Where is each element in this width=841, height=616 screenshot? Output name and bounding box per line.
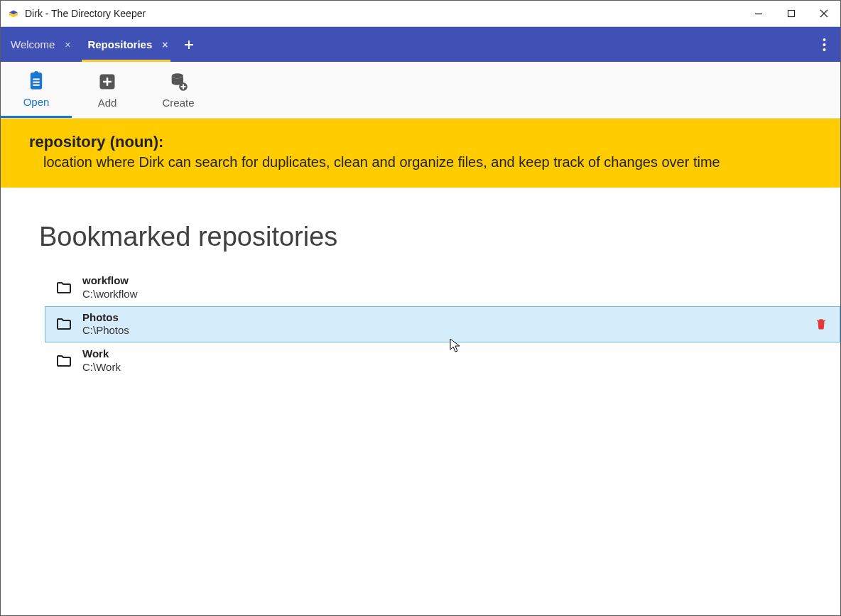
database-add-icon <box>168 71 189 92</box>
create-button[interactable]: Create <box>143 62 214 118</box>
tool-label: Create <box>162 97 194 109</box>
svg-rect-7 <box>33 84 39 85</box>
svg-rect-0 <box>755 13 762 14</box>
repo-name: Photos <box>82 311 813 325</box>
add-box-icon <box>97 71 118 92</box>
svg-point-4 <box>823 48 825 51</box>
svg-point-9 <box>172 73 183 78</box>
tab-welcome[interactable]: Welcome × <box>1 27 77 62</box>
tab-label: Repositories <box>87 38 152 50</box>
repo-path: C:\Work <box>82 361 830 374</box>
svg-rect-6 <box>33 81 39 82</box>
definition-banner: repository (noun): location where Dirk c… <box>1 119 840 188</box>
more-vert-icon[interactable] <box>808 27 840 62</box>
definition-text: location where Dirk can search for dupli… <box>29 154 812 171</box>
repo-path: C:\Photos <box>82 324 813 337</box>
delete-button[interactable] <box>813 318 830 330</box>
svg-rect-1 <box>788 11 795 17</box>
tab-repositories[interactable]: Repositories × <box>77 27 175 62</box>
add-button[interactable]: Add <box>72 62 143 118</box>
repo-name: Work <box>82 347 830 361</box>
trash-icon <box>815 318 828 330</box>
svg-point-2 <box>823 38 825 41</box>
tab-close-icon[interactable]: × <box>162 39 168 50</box>
tab-bar: Welcome × Repositories × <box>1 27 840 62</box>
tool-label: Open <box>23 96 50 108</box>
toolbar: Open Add Create <box>1 62 840 119</box>
maximize-button[interactable] <box>775 1 808 26</box>
window-controls <box>742 1 840 26</box>
window-title: Dirk - The Directory Keeper <box>25 8 742 19</box>
folder-icon <box>54 278 74 298</box>
svg-point-3 <box>823 43 825 46</box>
close-button[interactable] <box>808 1 840 26</box>
minimize-button[interactable] <box>742 1 775 26</box>
repo-row[interactable]: workflow C:\workflow <box>45 269 840 306</box>
definition-term: repository (noun): <box>29 133 812 151</box>
folder-icon <box>54 314 74 334</box>
content-area: Bookmarked repositories workflow C:\work… <box>1 188 840 379</box>
tab-close-icon[interactable]: × <box>65 39 70 50</box>
section-title: Bookmarked repositories <box>39 222 840 252</box>
clipboard-icon <box>26 70 47 92</box>
titlebar: Dirk - The Directory Keeper <box>1 1 840 27</box>
tool-label: Add <box>98 97 117 109</box>
repo-name: workflow <box>82 274 830 288</box>
open-button[interactable]: Open <box>1 62 72 118</box>
svg-rect-5 <box>33 78 39 80</box>
tab-label: Welcome <box>11 38 55 50</box>
app-icon <box>6 6 21 21</box>
repo-row[interactable]: Photos C:\Photos <box>45 306 840 343</box>
folder-icon <box>54 351 74 371</box>
repo-path: C:\workflow <box>82 288 830 301</box>
new-tab-button[interactable] <box>175 27 203 62</box>
repo-row[interactable]: Work C:\Work <box>45 342 840 379</box>
repo-list: workflow C:\workflow Photos C:\Photos Wo… <box>39 269 840 379</box>
